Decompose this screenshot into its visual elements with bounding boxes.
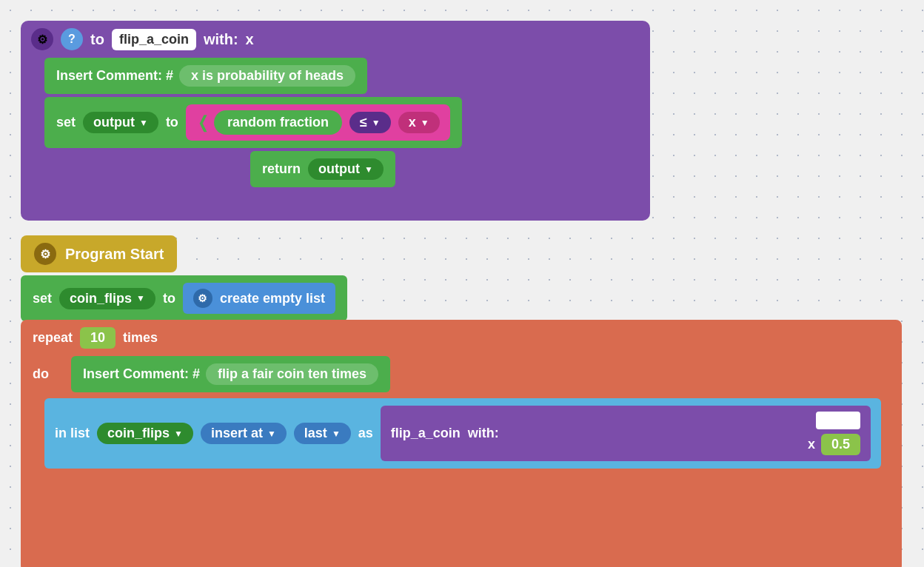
- comment-prefix-2: Insert Comment: #: [83, 366, 200, 382]
- as-label: as: [358, 426, 373, 441]
- param-x: x: [246, 31, 254, 48]
- x-param-row: x 0.5: [808, 434, 860, 455]
- coinflips-inlist-pill[interactable]: coin_flips ▼: [97, 423, 193, 444]
- do-row: do Insert Comment: # flip a fair coin te…: [21, 356, 902, 392]
- param-value-pill[interactable]: 0.5: [821, 434, 860, 455]
- help-icon[interactable]: ?: [61, 28, 83, 50]
- set-label: set: [56, 115, 76, 130]
- insert-at-label: insert at: [211, 426, 263, 441]
- flip-a-coin-call-name: flip_a_coin: [391, 426, 461, 441]
- comment-text-value-1: x is probability of heads: [191, 68, 344, 83]
- program-start-label: Program Start: [65, 246, 164, 263]
- flip-params: x 0.5: [808, 412, 860, 455]
- flip-with-label: with:: [468, 426, 499, 441]
- in-list-block: in list coin_flips ▼ insert at ▼ last ▼ …: [44, 398, 881, 469]
- to-label-output: to: [166, 115, 178, 130]
- coinflips-var-name: coin_flips: [70, 291, 132, 306]
- times-value-pill[interactable]: 10: [80, 327, 116, 349]
- return-output-pill[interactable]: output ▼: [308, 158, 384, 180]
- coinflips-inlist-dropdown: ▼: [174, 429, 183, 439]
- comment-block-1: Insert Comment: # x is probability of he…: [44, 58, 367, 94]
- puzzle-left-arrow: ❬: [196, 113, 210, 132]
- create-list-gear-icon: ⚙: [193, 289, 212, 308]
- leq-operator-pill[interactable]: ≤ ▼: [349, 112, 391, 133]
- return-block: return output ▼: [250, 151, 395, 187]
- coinflips-inlist-name: coin_flips: [107, 426, 170, 441]
- param-value: 0.5: [831, 437, 850, 452]
- set-coinflips-block: set coin_flips ▼ to ⚙ create empty list: [21, 275, 347, 321]
- program-start-block: ⚙ Program Start: [21, 235, 177, 272]
- function-name-text: flip_a_coin: [119, 32, 189, 47]
- with-label: with:: [204, 31, 238, 48]
- comment-block-2: Insert Comment: # flip a fair coin ten t…: [71, 356, 390, 392]
- create-empty-list-label: create empty list: [220, 291, 325, 306]
- param-label: x: [808, 437, 815, 452]
- insert-dropdown: ▼: [267, 429, 276, 439]
- flip-a-coin-call-block: flip_a_coin with: x 0.5: [381, 406, 871, 461]
- x-var-pill[interactable]: x ▼: [398, 112, 440, 133]
- output-var-name: output: [93, 115, 135, 130]
- last-dropdown: ▼: [332, 429, 341, 439]
- return-dropdown: ▼: [364, 164, 373, 175]
- create-empty-list-block[interactable]: ⚙ create empty list: [183, 283, 335, 314]
- coinflips-dropdown: ▼: [136, 293, 145, 303]
- set-output-block: set output ▼ to ❬ random fraction ≤ ▼: [44, 97, 462, 148]
- comment-text-1: x is probability of heads: [179, 65, 355, 87]
- times-label: times: [123, 330, 158, 346]
- leq-dropdown: ▼: [372, 118, 381, 128]
- function-definition-block: ⚙ ? to flip_a_coin with: x Insert Commen…: [21, 21, 650, 221]
- repeat-header: repeat 10 times: [21, 320, 902, 356]
- random-fraction-label: random fraction: [227, 115, 329, 130]
- output-var-pill[interactable]: output ▼: [83, 112, 158, 133]
- program-start-gear-icon[interactable]: ⚙: [34, 243, 56, 265]
- comment-text-2: flip a fair coin ten times: [206, 363, 378, 385]
- comparison-block: ❬ random fraction ≤ ▼ x ▼: [186, 104, 450, 141]
- x-dropdown: ▼: [421, 118, 429, 128]
- return-label: return: [262, 161, 301, 177]
- random-fraction-pill[interactable]: random fraction: [214, 110, 342, 135]
- in-list-label: in list: [55, 426, 90, 441]
- insert-at-pill[interactable]: insert at ▼: [201, 423, 287, 444]
- x-var-name: x: [409, 115, 416, 130]
- output-dropdown-arrow: ▼: [139, 118, 148, 128]
- repeat-label: repeat: [33, 330, 73, 346]
- placeholder-box: [816, 412, 860, 429]
- gear-icon[interactable]: ⚙: [31, 28, 53, 50]
- do-label: do: [33, 366, 49, 382]
- return-var-name: output: [318, 161, 360, 177]
- times-value: 10: [90, 330, 105, 345]
- comment-prefix-1: Insert Comment: #: [56, 68, 173, 84]
- function-name-pill[interactable]: flip_a_coin: [112, 29, 196, 50]
- repeat-block-wrapper: repeat 10 times do Insert Comment: # fli…: [21, 320, 902, 567]
- coinflips-var-pill[interactable]: coin_flips ▼: [59, 288, 155, 309]
- to-coinflips-label: to: [163, 291, 175, 306]
- to-label: to: [90, 31, 104, 48]
- comment-text-value-2: flip a fair coin ten times: [218, 366, 366, 381]
- set-coinflips-label: set: [33, 291, 52, 306]
- leq-symbol: ≤: [360, 115, 367, 130]
- last-label: last: [304, 426, 327, 441]
- last-pill[interactable]: last ▼: [294, 423, 351, 444]
